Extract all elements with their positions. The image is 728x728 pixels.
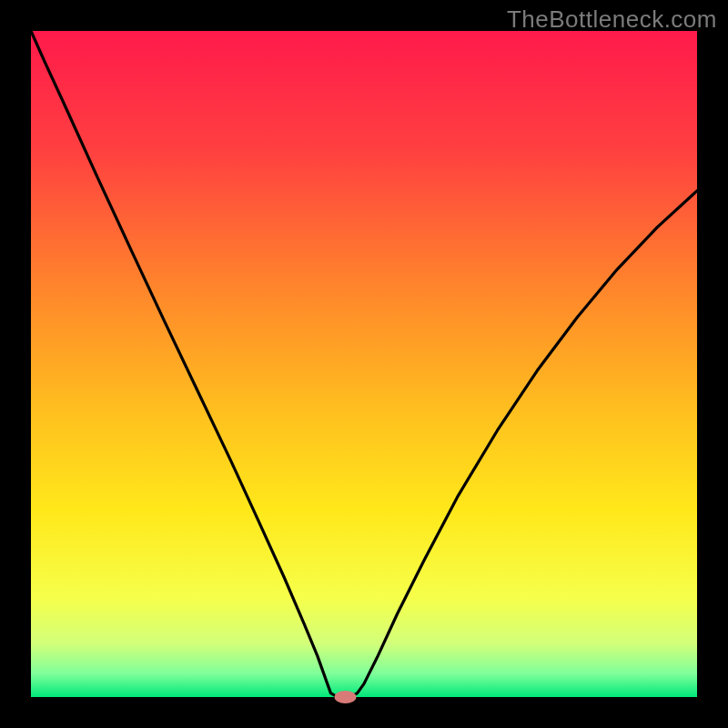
optimum-marker (335, 691, 357, 703)
chart-frame: TheBottleneck.com (0, 0, 728, 728)
bottleneck-chart (0, 0, 728, 728)
gradient-background (31, 31, 697, 697)
